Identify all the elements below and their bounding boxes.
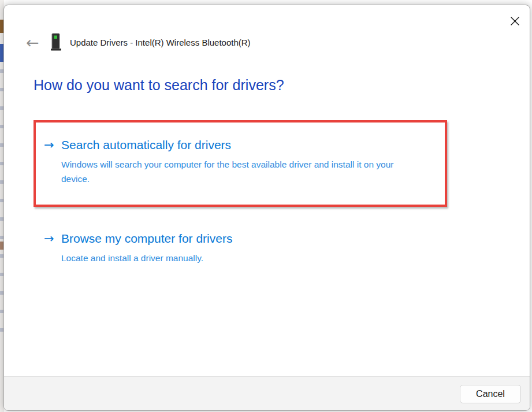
option-text: Browse my computer for drivers Locate an…	[61, 231, 232, 265]
page-heading: How do you want to search for drivers?	[34, 77, 284, 94]
wizard-footer: Cancel	[4, 376, 530, 410]
device-driver-icon	[50, 33, 62, 51]
option-search-automatically[interactable]: → Search automatically for drivers Windo…	[44, 137, 419, 186]
option-title: Search automatically for drivers	[61, 137, 419, 153]
option-title: Browse my computer for drivers	[61, 231, 232, 247]
option-description: Locate and install a driver manually.	[61, 251, 232, 265]
close-icon	[510, 16, 520, 26]
close-button[interactable]	[504, 11, 525, 31]
back-button[interactable]: ←	[26, 35, 44, 50]
arrow-right-icon: →	[44, 137, 61, 153]
option-description: Windows will search your computer for th…	[61, 157, 419, 186]
wizard-header: ← Update Drivers - Intel(R) Wireless Blu…	[26, 32, 251, 53]
wizard-title: Update Drivers - Intel(R) Wireless Bluet…	[70, 38, 251, 47]
update-drivers-wizard-dialog: ← Update Drivers - Intel(R) Wireless Blu…	[3, 5, 530, 411]
arrow-right-icon: →	[44, 231, 61, 247]
option-browse-computer[interactable]: → Browse my computer for drivers Locate …	[44, 231, 232, 265]
cancel-button[interactable]: Cancel	[460, 385, 521, 403]
option-text: Search automatically for drivers Windows…	[61, 137, 419, 186]
